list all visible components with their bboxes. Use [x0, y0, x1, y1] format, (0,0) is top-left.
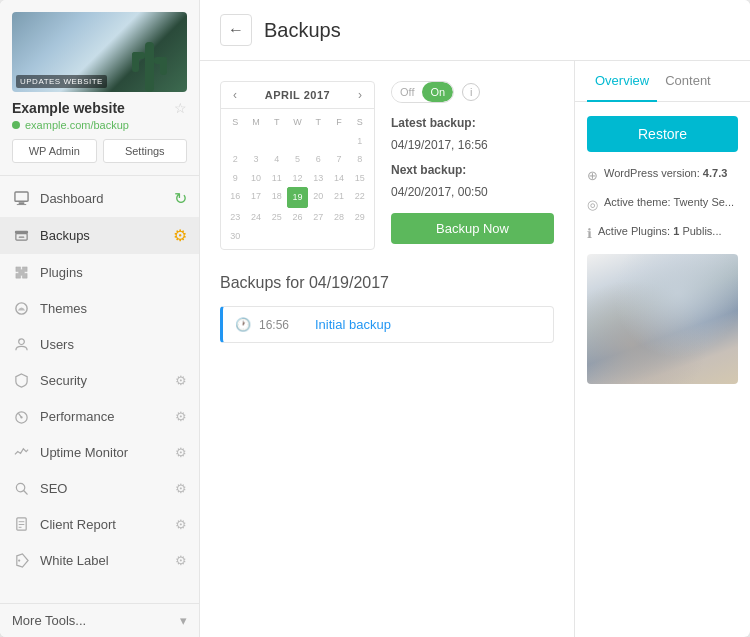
- page-title: Backups: [264, 19, 341, 42]
- sidebar-item-label: SEO: [40, 481, 175, 496]
- sidebar-item-plugins[interactable]: Plugins: [0, 254, 199, 290]
- wp-admin-button[interactable]: WP Admin: [12, 139, 97, 163]
- active-plugins-row: ℹ Active Plugins: 1 Publis...: [587, 224, 738, 243]
- cal-day[interactable]: 20: [308, 187, 329, 208]
- cal-day-header: W: [287, 113, 308, 132]
- cal-day[interactable]: [308, 227, 329, 246]
- sidebar-item-performance[interactable]: Performance ⚙: [0, 398, 199, 434]
- cal-day-header: M: [246, 113, 267, 132]
- cal-day[interactable]: [246, 132, 267, 151]
- sidebar-item-white-label[interactable]: White Label ⚙: [0, 542, 199, 578]
- performance-icon: [12, 407, 30, 425]
- gear-icon[interactable]: ⚙: [175, 517, 187, 532]
- more-tools-item[interactable]: More Tools... ▾: [0, 603, 199, 637]
- star-icon[interactable]: ☆: [174, 100, 187, 116]
- gear-icon[interactable]: ⚙: [173, 226, 187, 245]
- active-plugins-label: Active Plugins:: [598, 225, 670, 237]
- cal-day[interactable]: 18: [266, 187, 287, 208]
- cal-day[interactable]: 22: [349, 187, 370, 208]
- next-backup-value: 04/20/2017, 00:50: [391, 182, 554, 204]
- cal-day[interactable]: [329, 132, 350, 151]
- backup-entry[interactable]: 🕐 16:56 Initial backup: [220, 306, 554, 343]
- restore-button[interactable]: Restore: [587, 116, 738, 152]
- settings-button[interactable]: Settings: [103, 139, 188, 163]
- uptime-icon: [12, 443, 30, 461]
- center-panel: ‹ APRIL 2017 › S M T W T F S: [200, 61, 575, 637]
- cal-day[interactable]: 6: [308, 150, 329, 169]
- back-button[interactable]: ←: [220, 14, 252, 46]
- cal-day[interactable]: [329, 227, 350, 246]
- calendar-grid: S M T W T F S: [221, 109, 374, 249]
- seo-icon: [12, 479, 30, 497]
- svg-rect-7: [16, 204, 25, 205]
- info-icon[interactable]: i: [462, 83, 480, 101]
- cal-day[interactable]: 27: [308, 208, 329, 227]
- cal-day[interactable]: [246, 227, 267, 246]
- cal-day[interactable]: 8: [349, 150, 370, 169]
- gear-icon[interactable]: ⚙: [175, 481, 187, 496]
- cal-day[interactable]: 9: [225, 169, 246, 188]
- sidebar-item-dashboard[interactable]: Dashboard ↻: [0, 180, 199, 217]
- cal-day[interactable]: [308, 132, 329, 151]
- sidebar-item-backups[interactable]: Backups ⚙: [0, 217, 199, 254]
- cal-day[interactable]: 26: [287, 208, 308, 227]
- site-screenshot-preview: [587, 254, 738, 384]
- cal-day[interactable]: 10: [246, 169, 267, 188]
- calendar-next-button[interactable]: ›: [354, 88, 366, 102]
- cal-day[interactable]: 23: [225, 208, 246, 227]
- toggle-row: Off On i: [391, 81, 554, 103]
- wp-version-text: WordPress version: 4.7.3: [604, 166, 727, 181]
- sidebar-item-themes[interactable]: Themes: [0, 290, 199, 326]
- cal-day[interactable]: 14: [329, 169, 350, 188]
- cal-day[interactable]: [349, 227, 370, 246]
- cal-day[interactable]: 12: [287, 169, 308, 188]
- cal-day[interactable]: [266, 132, 287, 151]
- cal-day[interactable]: 16: [225, 187, 246, 208]
- cal-day[interactable]: 28: [329, 208, 350, 227]
- cal-day[interactable]: 5: [287, 150, 308, 169]
- sidebar-item-security[interactable]: Security ⚙: [0, 362, 199, 398]
- cal-day-active[interactable]: 19: [287, 187, 308, 208]
- cal-day[interactable]: 30: [225, 227, 246, 246]
- cal-day[interactable]: 7: [329, 150, 350, 169]
- cal-day[interactable]: 1: [349, 132, 370, 151]
- cal-day[interactable]: 3: [246, 150, 267, 169]
- cal-day[interactable]: [266, 227, 287, 246]
- backup-toggle[interactable]: Off On: [391, 81, 454, 103]
- backup-now-button[interactable]: Backup Now: [391, 213, 554, 244]
- tab-content[interactable]: Content: [657, 61, 719, 102]
- gear-icon[interactable]: ⚙: [175, 553, 187, 568]
- sidebar-item-client-report[interactable]: Client Report ⚙: [0, 506, 199, 542]
- gear-icon[interactable]: ⚙: [175, 373, 187, 388]
- cal-day[interactable]: [225, 132, 246, 151]
- cal-day[interactable]: 17: [246, 187, 267, 208]
- cal-day[interactable]: 24: [246, 208, 267, 227]
- backups-section: Backups for 04/19/2017 🕐 16:56 Initial b…: [220, 274, 554, 343]
- toggle-on-label: On: [422, 82, 453, 102]
- cal-day[interactable]: 15: [349, 169, 370, 188]
- svg-rect-10: [18, 236, 24, 237]
- gear-icon[interactable]: ⚙: [175, 445, 187, 460]
- cal-day[interactable]: 21: [329, 187, 350, 208]
- tab-overview[interactable]: Overview: [587, 61, 657, 102]
- site-thumbnail: UPDATES WEBSITE: [12, 12, 187, 92]
- active-plugins-value: 1: [673, 225, 679, 237]
- calendar-month: APRIL 2017: [265, 89, 330, 101]
- sidebar-item-seo[interactable]: SEO ⚙: [0, 470, 199, 506]
- preview-blur-overlay: [587, 254, 738, 384]
- cal-day[interactable]: 11: [266, 169, 287, 188]
- sidebar-item-users[interactable]: Users: [0, 326, 199, 362]
- cal-day[interactable]: 4: [266, 150, 287, 169]
- cal-day[interactable]: [287, 132, 308, 151]
- gear-icon[interactable]: ⚙: [175, 409, 187, 424]
- cal-day[interactable]: 25: [266, 208, 287, 227]
- cal-day[interactable]: [287, 227, 308, 246]
- svg-point-22: [18, 559, 20, 561]
- active-plugins-text: Active Plugins: 1 Publis...: [598, 224, 722, 239]
- cal-day[interactable]: 13: [308, 169, 329, 188]
- cal-day[interactable]: 2: [225, 150, 246, 169]
- calendar-prev-button[interactable]: ‹: [229, 88, 241, 102]
- user-icon: [12, 335, 30, 353]
- cal-day[interactable]: 29: [349, 208, 370, 227]
- sidebar-item-uptime[interactable]: Uptime Monitor ⚙: [0, 434, 199, 470]
